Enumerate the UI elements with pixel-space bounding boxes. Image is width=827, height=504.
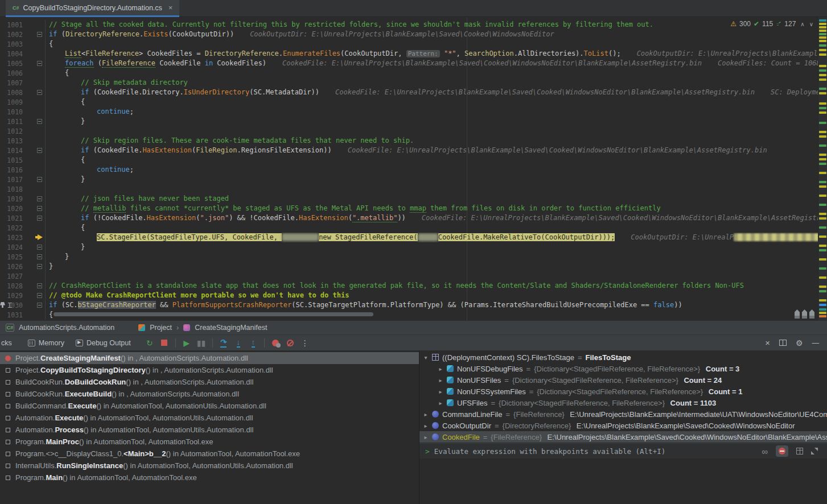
tab-memory[interactable]: Memory	[22, 335, 70, 350]
gutter[interactable]	[26, 59, 46, 68]
session-tab-label[interactable]: AutomationScripts.Automation	[19, 324, 114, 332]
code-line[interactable]: 1014if (CookedFile.HasExtension(FileRegi…	[0, 146, 827, 155]
code-text[interactable]: }	[46, 252, 827, 262]
code-line[interactable]: 1008if (CookedFile.Directory.IsUnderDire…	[0, 88, 827, 97]
stripe-mark[interactable]	[819, 290, 826, 292]
code-line[interactable]: 1026}	[0, 262, 827, 271]
stripe-mark[interactable]	[819, 213, 826, 215]
code-text[interactable]: // json files have never been staged	[46, 194, 827, 204]
stack-frame-row[interactable]: Project.CreateStagingManifest() in , Aut…	[0, 352, 419, 364]
stripe-mark[interactable]	[819, 40, 826, 42]
code-line[interactable]: 1030if (SC.bStageCrashReporter && Platfo…	[0, 300, 827, 310]
fold-marker-icon[interactable]	[37, 119, 42, 124]
stack-frame-row[interactable]: BuildCookRun.DoBuildCookRun() in , Autom…	[0, 376, 419, 388]
stripe-mark[interactable]	[819, 88, 826, 90]
variable-row[interactable]: ▸UFSFiles = {Dictionary<StagedFileRefere…	[419, 397, 827, 408]
stripe-mark[interactable]	[819, 135, 826, 138]
next-inspection-icon[interactable]: ∨	[809, 21, 813, 27]
watch-row[interactable]: ▾((DeploymentContext) SC).FilesToStage =…	[419, 352, 827, 363]
fold-marker-icon[interactable]	[37, 196, 42, 201]
variable-row[interactable]: ▸CookOutputDir = {DirectoryReference} E:…	[419, 420, 827, 431]
minimize-icon[interactable]: —	[812, 339, 820, 347]
stripe-mark[interactable]	[819, 65, 826, 67]
code-text[interactable]: // metallib files cannot *currently* be …	[46, 204, 827, 213]
chevron-right-icon[interactable]: ▸	[438, 366, 443, 372]
gutter[interactable]	[26, 223, 46, 233]
gear-icon[interactable]: ⚙	[796, 338, 803, 348]
gutter[interactable]	[26, 204, 46, 213]
layout-icon[interactable]	[779, 340, 787, 346]
rerun-button[interactable]: ↻	[142, 337, 157, 349]
gutter[interactable]	[26, 271, 46, 281]
inspection-widget[interactable]: ⚠ 300 ✔ 115 ✔ 127 ∧ ∨	[730, 20, 813, 28]
gutter[interactable]	[26, 233, 46, 242]
code-text[interactable]: }	[46, 262, 827, 271]
gutter[interactable]	[26, 136, 46, 146]
code-text[interactable]: {	[46, 97, 827, 107]
horizontal-scrollbar[interactable]	[54, 312, 373, 316]
resume-button[interactable]: ▶	[179, 337, 194, 349]
tab-copybuildtostagingdirectory[interactable]: C# CopyBuildToStagingDirectory.Automatio…	[6, 0, 179, 17]
code-line[interactable]: 1027	[0, 271, 827, 281]
gutter[interactable]	[26, 281, 46, 291]
stripe-mark[interactable]	[819, 304, 826, 306]
gutter[interactable]	[26, 20, 46, 30]
fold-marker-icon[interactable]	[37, 90, 42, 95]
gutter[interactable]	[26, 30, 46, 39]
code-text[interactable]: // Stage all the cooked data. Currently …	[46, 20, 827, 30]
chevron-right-icon[interactable]: ▸	[438, 400, 443, 406]
code-line[interactable]: 1028// CrashReportClient is a standalone…	[0, 281, 827, 291]
code-text[interactable]: {	[46, 223, 827, 233]
stripe-mark[interactable]	[819, 19, 826, 22]
gutter[interactable]	[26, 126, 46, 136]
code-line[interactable]: 1001// Stage all the cooked data. Curren…	[0, 20, 827, 30]
code-text[interactable]: {	[46, 68, 827, 78]
code-text[interactable]: continue;	[46, 165, 827, 175]
gutter[interactable]	[26, 291, 46, 300]
code-line[interactable]: 1021if (!CookedFile.HasExtension(".json"…	[0, 213, 827, 223]
code-text[interactable]: continue;	[46, 107, 827, 117]
gutter[interactable]	[26, 194, 46, 204]
mute-breakpoints-toggle[interactable]	[776, 445, 788, 457]
code-line[interactable]: 1012	[0, 126, 827, 136]
stripe-mark[interactable]	[819, 30, 826, 32]
code-text[interactable]: // @todo Make CrashReportClient more por…	[46, 291, 827, 300]
gutter[interactable]	[26, 146, 46, 155]
call-stack-list[interactable]: Project.CreateStagingManifest() in , Aut…	[0, 350, 419, 504]
gutter[interactable]	[26, 184, 46, 194]
stack-frame-row[interactable]: BuildCookRun.ExecuteBuild() in , Automat…	[0, 388, 419, 400]
fold-marker-icon[interactable]	[37, 61, 42, 66]
step-into-button[interactable]: ↓	[231, 337, 246, 349]
code-line[interactable]: 1002if (DirectoryReference.Exists(CookOu…	[0, 30, 827, 39]
gutter[interactable]	[26, 252, 46, 262]
code-line[interactable]: 1017}	[0, 175, 827, 184]
code-line[interactable]: 1018	[0, 184, 827, 194]
code-line[interactable]: 1006{	[0, 68, 827, 78]
chevron-right-icon[interactable]: ▸	[423, 434, 429, 440]
gutter[interactable]	[26, 213, 46, 223]
stripe-mark[interactable]	[819, 92, 826, 94]
tab-debug-output[interactable]: Debug Output	[70, 335, 137, 350]
variable-row[interactable]: ▸CookedFile = {FileReference} E:\UnrealP…	[419, 431, 827, 443]
code-line[interactable]: 1010continue;	[0, 107, 827, 117]
prev-inspection-icon[interactable]: ∧	[800, 21, 804, 27]
code-line[interactable]: 1015{	[0, 155, 827, 165]
chevron-right-icon[interactable]: ▸	[423, 423, 429, 429]
fold-marker-icon[interactable]	[37, 177, 42, 182]
code-line[interactable]: 1005foreach (FileReference CookedFile in…	[0, 59, 827, 68]
stripe-mark[interactable]	[819, 122, 826, 124]
gutter[interactable]	[26, 155, 46, 165]
code-text[interactable]: if (!CookedFile.HasExtension(".json") &&…	[46, 213, 827, 223]
pause-button[interactable]: ▮▮	[194, 337, 209, 349]
gutter[interactable]	[26, 49, 46, 59]
code-area[interactable]: 1001// Stage all the cooked data. Curren…	[0, 20, 827, 320]
stripe-mark[interactable]	[819, 217, 826, 220]
gutter[interactable]	[26, 107, 46, 117]
breadcrumb-project[interactable]: Project	[150, 324, 172, 332]
fold-marker-icon[interactable]	[37, 293, 42, 298]
code-line[interactable]: 1023SC.StageFile(StagedFileType.UFS, Coo…	[0, 233, 827, 242]
stripe-mark[interactable]	[819, 245, 826, 247]
stack-frame-row[interactable]: Project.CopyBuildToStagingDirectory() in…	[0, 364, 419, 376]
stack-frame-row[interactable]: Automation.Process() in AutomationTool, …	[0, 424, 419, 436]
breadcrumb-method[interactable]: CreateStagingManifest	[195, 324, 267, 332]
